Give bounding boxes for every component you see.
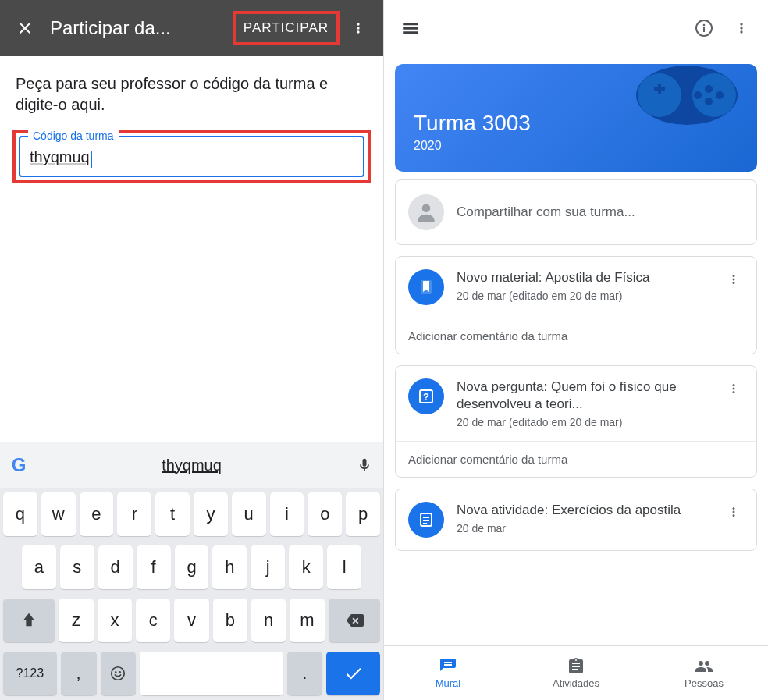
class-stream-screen: Turma 3003 2020 Compartilhar com sua tur… [384,0,768,700]
nav-label: Atividades [553,677,599,689]
svg-point-13 [705,98,713,105]
info-icon[interactable] [685,9,723,47]
mic-icon[interactable] [346,457,383,473]
nav-label: Mural [436,677,461,689]
join-class-screen: Participar da... PARTICIPAR Peça para se… [0,0,384,700]
text-caret [91,151,92,168]
svg-point-2 [119,671,121,673]
key-o[interactable]: o [308,492,342,536]
key-i[interactable]: i [270,492,304,536]
key-a[interactable]: a [22,545,56,589]
key-f[interactable]: f [137,545,171,589]
bottom-nav: Mural Atividades Pessoas [384,645,768,700]
page-title: Participar da... [44,17,233,39]
post-date: 20 de mar (editado em 20 de mar) [457,416,711,428]
participar-button[interactable]: PARTICIPAR [233,11,340,45]
nav-atividades[interactable]: Atividades [512,646,640,700]
share-placeholder: Compartilhar com sua turma... [457,204,635,220]
svg-point-1 [115,671,116,673]
key-t[interactable]: t [155,492,190,536]
shift-key[interactable] [3,599,55,642]
key-b[interactable]: b [213,599,247,642]
key-l[interactable]: l [327,545,361,589]
nav-pessoas[interactable]: Pessoas [640,646,768,700]
key-w[interactable]: w [41,492,76,536]
key-p[interactable]: p [346,492,380,536]
key-m[interactable]: m [290,599,324,642]
stream: Compartilhar com sua turma... Novo mater… [384,179,768,551]
share-post-input[interactable]: Compartilhar com sua turma... [395,179,757,245]
key-c[interactable]: c [136,599,170,642]
avatar [408,194,444,230]
more-icon-right[interactable] [723,9,760,47]
key-e[interactable]: e [80,492,114,536]
svg-point-11 [705,85,713,93]
suggestion-text[interactable]: thyqmuq [37,457,346,474]
svg-point-15 [422,204,431,212]
post-card[interactable]: Nova atividade: Exercícios da apostila20… [395,489,757,551]
period-key[interactable]: . [287,652,323,695]
keyboard: G thyqmuq qwertyuiop asdfghjkl zxcvbnm ?… [0,442,383,700]
post-date: 20 de mar [457,522,711,535]
enter-key[interactable] [326,652,380,695]
class-year: 2020 [414,139,738,153]
key-j[interactable]: j [251,545,285,589]
gamepad-icon [632,64,741,134]
svg-text:?: ? [423,391,429,403]
topbar: Participar da... PARTICIPAR [0,0,383,56]
svg-point-14 [694,91,702,99]
class-code-highlight: Código da turma thyqmuq [12,130,371,183]
key-s[interactable]: s [60,545,94,589]
field-value: thyqmuq [30,148,90,165]
svg-point-12 [716,91,724,99]
svg-point-0 [112,667,125,680]
key-g[interactable]: g [175,545,209,589]
numbers-key[interactable]: ?123 [3,652,57,695]
svg-point-4 [703,24,706,27]
suggestion-bar: G thyqmuq [0,442,383,488]
key-d[interactable]: d [98,545,133,589]
post-more-icon[interactable] [724,502,744,525]
instruction-text: Peça para seu professor o código da turm… [0,56,383,130]
key-h[interactable]: h [212,545,247,589]
post-more-icon[interactable] [724,378,744,402]
post-title: Nova pergunta: Quem foi o físico que des… [457,378,711,413]
google-icon[interactable]: G [0,454,37,476]
field-label: Código da turma [28,130,119,142]
add-comment[interactable]: Adicionar comentário da turma [396,441,756,477]
key-n[interactable]: n [251,599,286,642]
space-key[interactable] [140,652,283,695]
more-icon[interactable] [340,9,377,47]
key-u[interactable]: u [232,492,266,536]
question-icon: ? [408,378,444,414]
backspace-key[interactable] [329,599,380,642]
close-icon[interactable] [6,9,44,47]
key-z[interactable]: z [59,599,93,642]
post-card[interactable]: ?Nova pergunta: Quem foi o físico que de… [395,365,757,478]
class-header-card[interactable]: Turma 3003 2020 [395,64,757,172]
key-q[interactable]: q [3,492,37,536]
bookmark-icon [408,269,444,305]
post-date: 20 de mar (editado em 20 de mar) [457,290,711,302]
comma-key[interactable]: , [61,652,97,695]
emoji-key[interactable] [101,652,137,695]
nav-mural[interactable]: Mural [384,646,512,700]
post-more-icon[interactable] [724,269,744,293]
key-r[interactable]: r [117,492,151,536]
key-k[interactable]: k [289,545,323,589]
svg-rect-5 [703,27,705,32]
key-v[interactable]: v [174,599,208,642]
key-x[interactable]: x [98,599,132,642]
svg-rect-10 [658,84,661,94]
class-code-input[interactable]: Código da turma thyqmuq [19,136,364,177]
post-title: Novo material: Apostila de Física [457,269,711,286]
add-comment[interactable]: Adicionar comentário da turma [396,318,756,354]
key-y[interactable]: y [194,492,228,536]
svg-point-7 [638,73,681,117]
assignment-icon [408,502,444,538]
nav-label: Pessoas [684,677,724,689]
menu-icon[interactable] [392,9,429,47]
post-card[interactable]: Novo material: Apostila de Física20 de m… [395,256,757,354]
post-title: Nova atividade: Exercícios da apostila [457,502,711,519]
stream-scroll: Turma 3003 2020 Compartilhar com sua tur… [384,56,768,645]
